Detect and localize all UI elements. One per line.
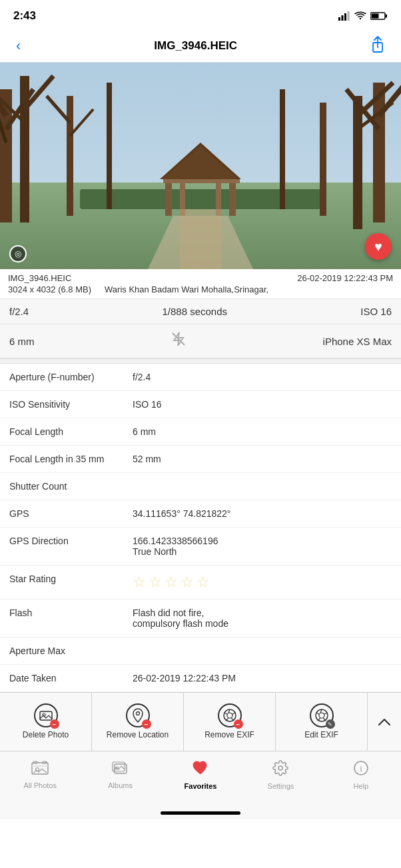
svg-rect-38 xyxy=(180,209,221,269)
model-quick: iPhone XS Max xyxy=(323,336,392,347)
detail-label-flash: Flash xyxy=(9,608,133,618)
svg-rect-1 xyxy=(342,15,344,21)
tab-help-label: Help xyxy=(354,782,369,790)
settings-icon xyxy=(272,760,288,780)
svg-rect-26 xyxy=(107,83,112,209)
detail-label-aperture: Aperture (F-number) xyxy=(9,372,133,382)
detail-row-flash: Flash Flash did not fire,compulsory flas… xyxy=(0,600,401,638)
detail-label-gps: GPS xyxy=(9,508,133,519)
remove-exif-button[interactable]: − Remove EXIF xyxy=(184,693,276,751)
svg-point-43 xyxy=(136,712,139,715)
star-1[interactable]: ☆ xyxy=(133,574,146,590)
camera-specs-section: f/2.4 1/888 seconds ISO 16 6 mm iPhone X… xyxy=(0,299,401,358)
detail-row-shutter-count: Shutter Count xyxy=(0,473,401,500)
status-bar: 2:43 xyxy=(0,0,401,29)
tab-albums[interactable]: Albums xyxy=(80,751,160,793)
tab-settings-label: Settings xyxy=(268,782,294,790)
detail-label-aperture-max: Aperture Max xyxy=(9,646,133,656)
aperture-quick: f/2.4 xyxy=(9,306,29,317)
detail-label-gps-direction: GPS Direction xyxy=(9,536,133,546)
detail-value-focal35: 52 mm xyxy=(133,454,392,464)
svg-rect-33 xyxy=(229,179,236,216)
svg-rect-18 xyxy=(373,83,385,222)
svg-rect-41 xyxy=(40,711,52,720)
battery-icon xyxy=(370,11,388,21)
detail-row-focal35: Focal Length in 35 mm 52 mm xyxy=(0,446,401,473)
detail-row-focal: Focal Length 6 mm xyxy=(0,418,401,446)
focal-quick: 6 mm xyxy=(9,336,35,347)
iso-quick: ISO 16 xyxy=(360,306,392,317)
favorite-heart-icon[interactable]: ♥ xyxy=(365,233,392,260)
detail-value-date-taken: 26-02-2019 12:22:43 PM xyxy=(133,673,392,683)
detail-value-focal: 6 mm xyxy=(133,426,392,437)
tab-help[interactable]: i Help xyxy=(321,751,401,793)
detail-row-gps: GPS 34.111653° 74.821822° xyxy=(0,500,401,528)
star-3[interactable]: ☆ xyxy=(165,574,178,590)
detail-label-iso: ISO Sensitivity xyxy=(9,399,133,410)
detail-row-aperture: Aperture (F-number) f/2.4 xyxy=(0,364,401,391)
svg-point-52 xyxy=(319,713,324,718)
favorites-icon xyxy=(192,760,209,780)
nav-bar: ‹ IMG_3946.HEIC xyxy=(0,29,401,63)
shutter-quick: 1/888 seconds xyxy=(162,306,227,317)
remove-location-badge: − xyxy=(142,719,151,729)
photo-info-bar: IMG_3946.HEIC 26-02-2019 12:22:43 PM 302… xyxy=(0,269,401,299)
photo-datetime: 26-02-2019 12:22:43 PM xyxy=(297,273,393,283)
detail-value-iso: ISO 16 xyxy=(133,399,392,410)
tab-albums-label: Albums xyxy=(108,781,133,789)
star-2[interactable]: ☆ xyxy=(149,574,162,590)
edit-exif-icon: ✎ xyxy=(310,703,334,727)
svg-rect-32 xyxy=(165,179,172,216)
detail-label-star-rating: Star Rating xyxy=(9,574,133,584)
svg-rect-36 xyxy=(163,179,240,183)
svg-point-45 xyxy=(227,713,232,718)
detail-label-date-taken: Date Taken xyxy=(9,673,133,683)
home-indicator-bar xyxy=(161,811,240,815)
svg-text:i: i xyxy=(360,763,362,773)
section-separator xyxy=(0,358,401,364)
svg-point-51 xyxy=(316,709,328,721)
svg-rect-25 xyxy=(320,103,326,216)
wifi-icon xyxy=(354,11,366,21)
nav-title: IMG_3946.HEIC xyxy=(154,39,237,53)
tab-settings[interactable]: Settings xyxy=(240,751,320,793)
detail-value-gps-direction: 166.1423338566196True North xyxy=(133,536,392,557)
photo-filename: IMG_3946.HEIC xyxy=(8,273,71,283)
edit-exif-button[interactable]: ✎ Edit EXIF xyxy=(276,693,368,751)
star-5[interactable]: ☆ xyxy=(197,574,210,590)
home-indicator xyxy=(0,806,401,819)
svg-rect-6 xyxy=(372,14,379,19)
status-icons xyxy=(338,11,388,21)
star-4[interactable]: ☆ xyxy=(181,574,194,590)
back-button[interactable]: ‹ xyxy=(11,35,26,57)
photo-location: Waris Khan Badam Wari Mohalla,Srinagar, xyxy=(105,284,268,294)
tab-all-photos[interactable]: All Photos xyxy=(0,751,80,793)
svg-rect-5 xyxy=(386,15,388,18)
delete-photo-label: Delete Photo xyxy=(23,730,69,739)
detail-row-aperture-max: Aperture Max xyxy=(0,638,401,665)
photo-dimensions: 3024 x 4032 (6.8 MB) xyxy=(8,284,91,294)
svg-point-66 xyxy=(278,766,282,770)
edit-exif-label: Edit EXIF xyxy=(304,730,338,739)
details-table: Aperture (F-number) f/2.4 ISO Sensitivit… xyxy=(0,364,401,692)
delete-photo-button[interactable]: − Delete Photo xyxy=(0,693,92,751)
svg-rect-27 xyxy=(280,89,285,209)
basic-specs-row: f/2.4 1/888 seconds ISO 16 xyxy=(0,299,401,324)
remove-location-icon: − xyxy=(126,703,150,727)
chevron-up-button[interactable] xyxy=(368,693,401,751)
signal-icon xyxy=(338,11,350,21)
status-time: 2:43 xyxy=(13,9,36,23)
detail-label-shutter-count: Shutter Count xyxy=(9,481,133,492)
detail-value-flash: Flash did not fire,compulsory flash mode xyxy=(133,608,392,629)
delete-photo-icon: − xyxy=(34,703,58,727)
share-button[interactable] xyxy=(365,33,390,59)
geo-tag-icon: ◎ xyxy=(9,245,27,262)
flash-off-icon xyxy=(171,331,187,351)
tab-favorites[interactable]: Favorites xyxy=(161,751,240,793)
remove-location-button[interactable]: − Remove Location xyxy=(92,693,184,751)
detail-row-gps-direction: GPS Direction 166.1423338566196True Nort… xyxy=(0,528,401,566)
remove-exif-label: Remove EXIF xyxy=(204,730,254,739)
detail-value-gps: 34.111653° 74.821822° xyxy=(133,508,392,519)
detail-value-star-rating: ☆ ☆ ☆ ☆ ☆ xyxy=(133,574,392,591)
svg-rect-59 xyxy=(32,765,48,767)
